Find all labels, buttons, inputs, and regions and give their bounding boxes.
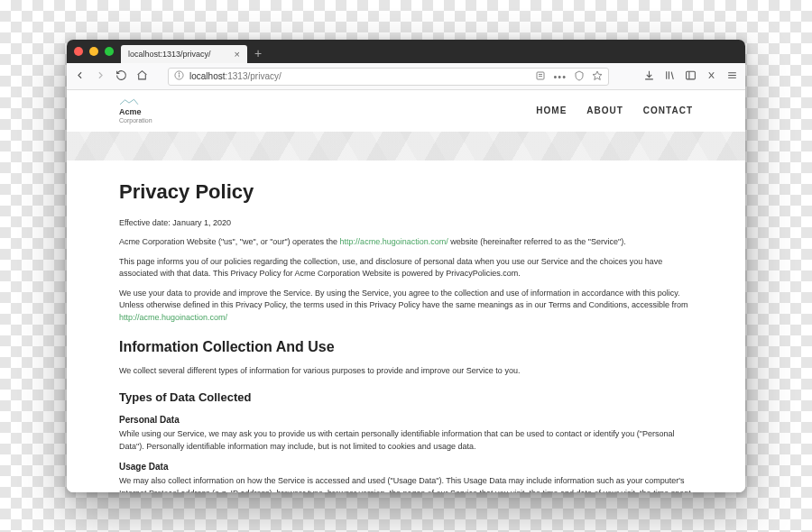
menu-icon[interactable] (726, 69, 738, 85)
home-button[interactable] (136, 69, 148, 85)
url-host: localhost (189, 71, 225, 81)
hero-band (67, 132, 745, 161)
browser-window: localhost:1313/privacy/ × + l (67, 40, 745, 492)
tab-title: localhost:1313/privacy/ (128, 50, 211, 59)
url-bar[interactable]: localhost:1313/privacy/ ••• (168, 68, 609, 86)
heading-personal-data: Personal Data (119, 413, 693, 427)
bookmark-icon[interactable] (592, 70, 603, 83)
personal-data-paragraph: While using our Service, we may ask you … (119, 428, 693, 453)
nav-contact[interactable]: CONTACT (643, 105, 693, 115)
svg-rect-9 (687, 71, 696, 79)
close-tab-button[interactable]: × (235, 50, 240, 60)
protection-icon[interactable] (574, 70, 585, 83)
intro-paragraph-2: This page informs you of our policies re… (119, 256, 693, 280)
p1-b: website (hereinafter referred to as the … (448, 237, 626, 246)
heading-collection: Information Collection And Use (119, 336, 693, 358)
intro-paragraph-3: We use your data to provide and improve … (119, 288, 693, 325)
toolbar-right (643, 69, 738, 85)
page-content: Privacy Policy Effective date: January 1… (67, 161, 745, 492)
page-viewport: Acme Corporation HOME ABOUT CONTACT Priv… (67, 90, 745, 492)
site-header: Acme Corporation HOME ABOUT CONTACT (67, 90, 745, 132)
minimize-window-button[interactable] (89, 47, 98, 56)
svg-point-2 (179, 73, 180, 74)
usage-data-paragraph: We may also collect information on how t… (119, 475, 693, 492)
forward-button[interactable] (95, 69, 106, 85)
nav-about[interactable]: ABOUT (586, 105, 623, 115)
page-title: Privacy Policy (119, 177, 693, 206)
maximize-window-button[interactable] (105, 47, 114, 56)
close-window-button[interactable] (74, 47, 83, 56)
collection-paragraph: We collect several different types of in… (119, 365, 693, 378)
site-nav: HOME ABOUT CONTACT (536, 105, 693, 115)
url-path: :1313/privacy/ (225, 71, 281, 81)
extensions-icon[interactable] (706, 69, 717, 85)
p1-a: Acme Corporation Website ("us", "we", or… (119, 237, 340, 246)
browser-tab[interactable]: localhost:1313/privacy/ × (121, 45, 247, 63)
intro-link-1[interactable]: http://acme.hugoinaction.com/ (340, 237, 448, 246)
intro-paragraph-1: Acme Corporation Website ("us", "we", or… (119, 236, 693, 249)
site-logo[interactable]: Acme Corporation (119, 97, 152, 124)
reload-button[interactable] (115, 69, 127, 85)
heading-usage-data: Usage Data (119, 460, 693, 473)
logo-name: Acme (119, 107, 142, 116)
effective-date: Effective date: January 1, 2020 (119, 217, 693, 230)
nav-home[interactable]: HOME (536, 105, 567, 115)
downloads-icon[interactable] (643, 69, 655, 85)
reader-mode-icon[interactable] (535, 70, 546, 83)
browser-toolbar: localhost:1313/privacy/ ••• (67, 63, 745, 90)
library-icon[interactable] (664, 69, 676, 85)
heading-types: Types of Data Collected (119, 389, 693, 407)
window-controls (74, 47, 114, 56)
intro-link-2[interactable]: http://acme.hugoinaction.com/ (119, 313, 227, 322)
new-tab-button[interactable]: + (254, 47, 262, 60)
tab-strip: localhost:1313/privacy/ × + (67, 40, 745, 63)
back-button[interactable] (74, 69, 86, 85)
logo-subtitle: Corporation (119, 117, 152, 124)
p3-a: We use your data to provide and improve … (119, 289, 687, 310)
nav-controls (74, 69, 148, 85)
svg-line-8 (671, 71, 673, 78)
more-icon[interactable]: ••• (553, 71, 567, 82)
url-text: localhost:1313/privacy/ (189, 71, 530, 81)
site-info-icon[interactable] (174, 70, 184, 82)
sidebar-icon[interactable] (685, 69, 697, 85)
